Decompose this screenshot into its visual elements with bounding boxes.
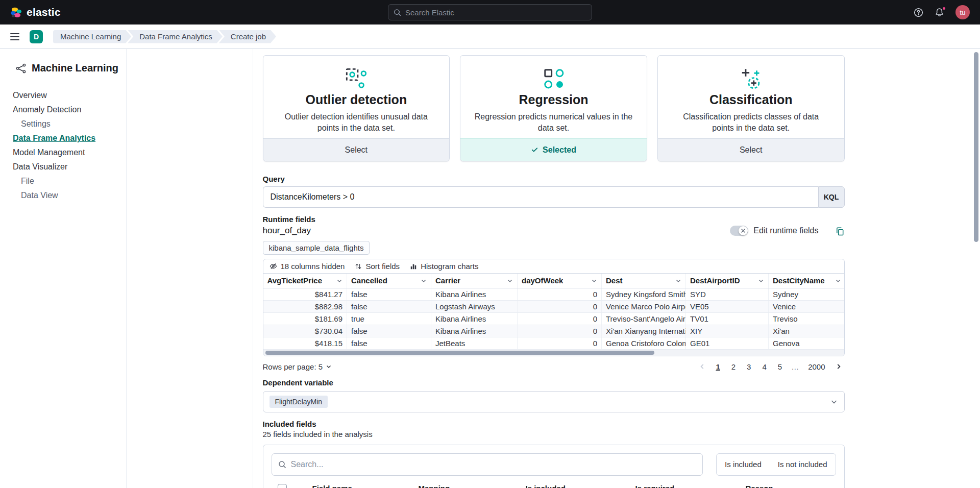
grid-cell[interactable]: Kibana Airlines (431, 288, 518, 300)
select-classification-button[interactable]: Select (658, 138, 844, 161)
sidebar-item-data-visualizer[interactable]: Data Visualizer (0, 160, 127, 174)
grid-cell[interactable]: VE05 (686, 300, 769, 312)
grid-cell[interactable]: $730.04 (263, 325, 347, 337)
grid-cell[interactable]: Sydney Kingsford Smith I... (602, 288, 686, 300)
grid-cell[interactable]: Kibana Airlines (431, 312, 518, 325)
copy-button[interactable] (835, 226, 845, 236)
columns-hidden-button[interactable]: 18 columns hidden (270, 262, 345, 271)
page-button-2[interactable]: 2 (727, 361, 740, 372)
filter-is-not-included[interactable]: Is not included (770, 454, 836, 475)
grid-cell[interactable]: Logstash Airways (431, 300, 518, 312)
sidebar-item-data-view[interactable]: Data View (0, 188, 127, 203)
grid-cell[interactable]: 0 (518, 337, 602, 349)
grid-cell[interactable]: false (347, 288, 431, 300)
sidebar-item-data-frame-analytics[interactable]: Data Frame Analytics (0, 131, 127, 145)
column-header-dest[interactable]: Dest (602, 274, 686, 288)
page-button-4[interactable]: 4 (758, 361, 770, 372)
column-header-dest-city-name[interactable]: DestCityName (769, 274, 845, 288)
ml-nav: Overview Anomaly Detection Settings Data… (0, 88, 127, 203)
grid-cell[interactable]: Venice Marco Polo Airport (602, 300, 686, 312)
fields-search-input[interactable] (291, 460, 697, 469)
grid-cell[interactable]: Venice (769, 300, 845, 312)
edit-runtime-fields-label[interactable]: Edit runtime fields (753, 226, 818, 235)
grid-cell[interactable]: Genoa Cristoforo Colomb... (602, 337, 686, 349)
elastic-logo-icon (10, 7, 22, 18)
sidebar-item-file[interactable]: File (0, 174, 127, 188)
grid-cell[interactable]: 0 (518, 325, 602, 337)
grid-cell[interactable]: Kibana Airlines (431, 325, 518, 337)
grid-cell[interactable]: Sydney (769, 288, 845, 300)
fields-column-reason: Reason (746, 484, 836, 488)
job-type-card-regression[interactable]: Regression Regression predicts numerical… (460, 55, 647, 161)
regression-selected-button[interactable]: Selected (460, 138, 647, 161)
grid-cell[interactable]: false (347, 337, 431, 349)
grid-cell[interactable]: false (347, 300, 431, 312)
horizontal-scrollbar[interactable] (263, 350, 844, 356)
breadcrumb-data-frame-analytics[interactable]: Data Frame Analytics (128, 30, 223, 43)
grid-cell[interactable]: $841.27 (263, 288, 347, 300)
query-input[interactable] (263, 186, 818, 208)
help-button[interactable] (914, 8, 923, 17)
elastic-logo[interactable]: elastic (10, 6, 61, 18)
grid-cell[interactable]: SYD (686, 288, 769, 300)
grid-cell[interactable]: 0 (518, 300, 602, 312)
kql-language-button[interactable]: KQL (818, 186, 845, 208)
grid-cell[interactable]: Treviso (769, 312, 845, 325)
vertical-scrollbar-thumb[interactable] (974, 52, 978, 242)
select-outlier-detection-button[interactable]: Select (263, 138, 450, 161)
grid-cell[interactable]: true (347, 312, 431, 325)
select-all-checkbox[interactable] (278, 484, 287, 488)
sidebar-item-model-management[interactable]: Model Management (0, 145, 127, 160)
notifications-button[interactable] (935, 8, 944, 17)
filter-is-included[interactable]: Is included (717, 454, 770, 475)
column-header-avg-ticket-price[interactable]: AvgTicketPrice (263, 274, 347, 288)
grid-cell[interactable]: Xi'an (769, 325, 845, 337)
previous-page-button[interactable] (696, 361, 708, 372)
page-button-5[interactable]: 5 (774, 361, 786, 372)
column-header-day-of-week[interactable]: dayOfWeek (518, 274, 602, 288)
fields-column-is-required: Is required (635, 484, 746, 488)
breadcrumb-machine-learning[interactable]: Machine Learning (53, 30, 131, 43)
grid-cell[interactable]: Xi'an Xianyang Internatio... (602, 325, 686, 337)
grid-cell[interactable]: Treviso-Sant'Angelo Airport (602, 312, 686, 325)
grid-cell[interactable]: 0 (518, 288, 602, 300)
job-type-card-classification[interactable]: Classification Classification predicts c… (657, 55, 845, 161)
grid-cell[interactable]: Genova (769, 337, 845, 349)
sidebar-item-overview[interactable]: Overview (0, 88, 127, 103)
grid-row: $418.15 false JetBeats 0 Genoa Cristofor… (263, 337, 845, 349)
fields-search[interactable] (272, 453, 703, 476)
global-search-input[interactable] (405, 8, 586, 17)
horizontal-scrollbar-thumb[interactable] (265, 351, 654, 355)
runtime-fields-section: Runtime fields hour_of_day Edit runtime … (263, 215, 845, 255)
page-button-1[interactable]: 1 (712, 361, 724, 372)
space-avatar[interactable]: D (30, 30, 43, 43)
user-avatar[interactable]: tu (955, 5, 970, 19)
grid-cell[interactable]: TV01 (686, 312, 769, 325)
sidebar-item-anomaly-detection[interactable]: Anomaly Detection (0, 103, 127, 117)
global-search[interactable] (388, 4, 592, 20)
column-header-carrier[interactable]: Carrier (431, 274, 518, 288)
grid-cell[interactable]: false (347, 325, 431, 337)
classification-icon (739, 66, 763, 91)
page-button-last[interactable]: 2000 (804, 361, 829, 372)
grid-cell[interactable]: GE01 (686, 337, 769, 349)
menu-button[interactable] (7, 30, 22, 43)
next-page-button[interactable] (832, 361, 845, 372)
sidebar-item-settings[interactable]: Settings (0, 117, 127, 131)
grid-cell[interactable]: $882.98 (263, 300, 347, 312)
grid-cell[interactable]: XIY (686, 325, 769, 337)
sort-fields-button[interactable]: Sort fields (355, 262, 400, 271)
histogram-charts-button[interactable]: Histogram charts (410, 262, 478, 271)
job-type-card-outlier-detection[interactable]: Outlier detection Outlier detection iden… (263, 55, 450, 161)
column-header-dest-airport-id[interactable]: DestAirportID (686, 274, 769, 288)
page-button-3[interactable]: 3 (743, 361, 755, 372)
dependent-variable-select[interactable]: FlightDelayMin (263, 391, 845, 412)
ml-sidebar-header: Machine Learning (0, 62, 127, 74)
grid-cell[interactable]: 0 (518, 312, 602, 325)
rows-per-page-button[interactable]: Rows per page: 5 (263, 362, 332, 371)
edit-runtime-fields-toggle[interactable] (730, 226, 748, 236)
grid-cell[interactable]: JetBeats (431, 337, 518, 349)
column-header-cancelled[interactable]: Cancelled (347, 274, 431, 288)
grid-cell[interactable]: $418.15 (263, 337, 347, 349)
grid-cell[interactable]: $181.69 (263, 312, 347, 325)
